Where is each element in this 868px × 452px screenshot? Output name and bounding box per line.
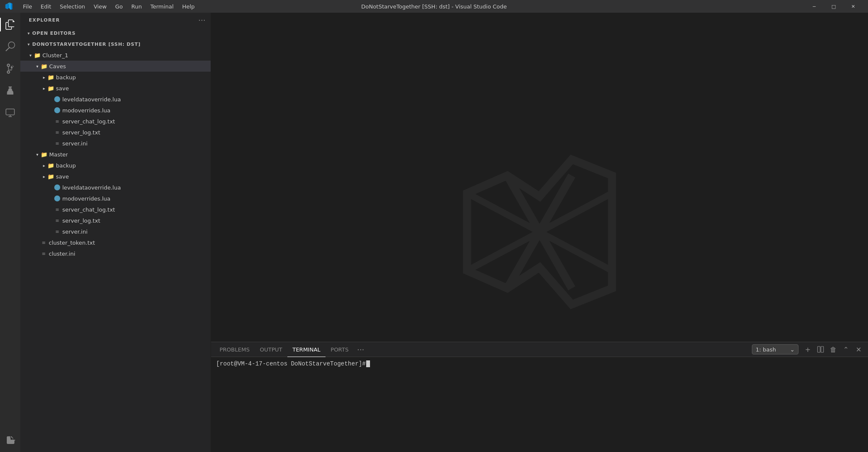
master-leveldata-lua-icon (54, 184, 60, 190)
tree-item-master-serverlog[interactable]: server_log.txt (20, 215, 211, 226)
caves-leveldata-lua-icon (54, 96, 60, 102)
master-chatlog-label: server_chat_log.txt (62, 206, 115, 213)
terminal-actions: + 🗑 ⌃ ✕ (802, 343, 865, 355)
menu-go[interactable]: Go (112, 3, 126, 11)
title-bar: File Edit Selection View Go Run Terminal… (0, 0, 868, 13)
master-label: Master (49, 151, 68, 158)
tree-item-caves-backup[interactable]: 📁 backup (20, 72, 211, 83)
caves-label: Caves (49, 63, 66, 70)
menu-help[interactable]: Help (179, 3, 198, 11)
sidebar-title: EXPLORER (29, 17, 60, 23)
caves-serverlog-label: server_log.txt (62, 129, 100, 136)
tree-item-caves-leveldata[interactable]: leveldataoverride.lua (20, 94, 211, 105)
tree-item-master[interactable]: 📁 Master (20, 149, 211, 160)
tab-output[interactable]: OUTPUT (255, 342, 287, 357)
master-serverini-label: server.ini (62, 229, 88, 235)
terminal-panel: PROBLEMS OUTPUT TERMINAL PORTS ··· 1: ba… (211, 342, 868, 452)
master-save-chevron (41, 173, 47, 180)
tree-item-master-backup[interactable]: 📁 backup (20, 160, 211, 171)
tree-item-caves-save[interactable]: 📁 save (20, 83, 211, 94)
maximize-panel-button[interactable]: ⌃ (840, 343, 852, 355)
vscode-watermark (459, 151, 620, 314)
cluster1-chevron (27, 52, 34, 59)
caves-serverlog-txt-icon (54, 129, 60, 135)
menu-view[interactable]: View (90, 3, 110, 11)
minimize-button[interactable]: ─ (804, 0, 824, 13)
menu-run[interactable]: Run (128, 3, 145, 11)
caves-save-label: save (56, 85, 69, 92)
terminal-cursor (366, 360, 370, 367)
tab-terminal[interactable]: TERMINAL (287, 342, 326, 357)
master-chatlog-txt-icon (54, 206, 60, 212)
caves-leveldata-label: leveldataoverride.lua (62, 96, 121, 103)
tree-item-caves-chatlog[interactable]: server_chat_log.txt (20, 116, 211, 127)
open-editors-section[interactable]: OPEN EDITORS (20, 28, 211, 39)
window-controls: ─ □ ✕ (804, 0, 863, 13)
sidebar-item-run-debug[interactable] (0, 81, 20, 101)
sidebar-item-search[interactable] (0, 36, 20, 57)
master-serverini-txt-icon (54, 229, 60, 234)
caves-serverini-txt-icon (54, 140, 60, 146)
terminal-content[interactable]: [root@VM-4-17-centos DoNotStarveTogether… (211, 357, 868, 452)
svg-rect-0 (6, 109, 14, 115)
tab-ports[interactable]: PORTS (326, 342, 353, 357)
master-serverlog-txt-icon (54, 218, 60, 223)
tree-item-master-leveldata[interactable]: leveldataoverride.lua (20, 182, 211, 193)
cluster1-label: Cluster_1 (42, 52, 68, 59)
tree-item-cluster-ini[interactable]: cluster.ini (20, 248, 211, 259)
caves-modoverrides-label: modoverrides.lua (62, 107, 111, 114)
root-label: DONOTSTARVETOGETHER [SSH: DST] (32, 42, 141, 47)
dropdown-chevron-icon: ⌄ (790, 346, 795, 353)
menu-selection[interactable]: Selection (56, 3, 89, 11)
caves-modoverrides-lua-icon (54, 107, 60, 113)
caves-backup-chevron (41, 74, 47, 81)
sidebar-item-explorer[interactable] (0, 14, 20, 35)
vscode-logo-icon (5, 3, 13, 10)
menu-terminal[interactable]: Terminal (147, 3, 177, 11)
tree-item-master-modoverrides[interactable]: modoverrides.lua (20, 193, 211, 204)
tree-item-caves-serverini[interactable]: server.ini (20, 138, 211, 149)
bash-shell-label: 1: bash (756, 346, 776, 353)
tree-item-caves[interactable]: 📁 Caves (20, 61, 211, 72)
menu-file[interactable]: File (19, 3, 36, 11)
file-tree: OPEN EDITORS DONOTSTARVETOGETHER [SSH: D… (20, 28, 211, 452)
master-chevron (34, 151, 41, 158)
panel-more-actions[interactable]: ··· (353, 342, 367, 357)
tree-item-master-chatlog[interactable]: server_chat_log.txt (20, 204, 211, 215)
sidebar-item-remote-explorer[interactable] (0, 103, 20, 123)
tree-item-cluster1[interactable]: 📁 Cluster_1 (20, 50, 211, 61)
new-terminal-button[interactable]: + (802, 343, 814, 355)
tree-item-master-serverini[interactable]: server.ini (20, 226, 211, 237)
open-editors-label: OPEN EDITORS (32, 31, 76, 36)
maximize-button[interactable]: □ (824, 0, 843, 13)
sidebar-more-actions[interactable]: ··· (198, 17, 206, 24)
sidebar-header: EXPLORER ··· (20, 13, 211, 28)
master-save-folder-icon: 📁 (47, 173, 54, 180)
tree-item-master-save[interactable]: 📁 save (20, 171, 211, 182)
master-folder-icon: 📁 (41, 151, 47, 158)
activity-bar (0, 13, 20, 452)
bash-shell-dropdown[interactable]: 1: bash ⌄ (752, 344, 798, 354)
panel-tabs: PROBLEMS OUTPUT TERMINAL PORTS ··· 1: ba… (211, 342, 868, 357)
caves-save-folder-icon: 📁 (47, 85, 54, 92)
tree-item-cluster-token[interactable]: cluster_token.txt (20, 237, 211, 248)
close-button[interactable]: ✕ (843, 0, 863, 13)
master-backup-label: backup (56, 162, 76, 169)
tab-problems[interactable]: PROBLEMS (214, 342, 255, 357)
caves-chatlog-txt-icon (54, 118, 60, 124)
split-terminal-button[interactable] (815, 343, 826, 355)
tree-item-caves-serverlog[interactable]: server_log.txt (20, 127, 211, 138)
close-panel-button[interactable]: ✕ (853, 343, 865, 355)
sidebar-item-source-control[interactable] (0, 59, 20, 79)
kill-terminal-button[interactable]: 🗑 (827, 343, 839, 355)
sidebar: EXPLORER ··· OPEN EDITORS DONOTSTARVETOG… (20, 13, 211, 452)
menu-edit[interactable]: Edit (37, 3, 55, 11)
tree-item-caves-modoverrides[interactable]: modoverrides.lua (20, 105, 211, 116)
main-layout: EXPLORER ··· OPEN EDITORS DONOTSTARVETOG… (0, 13, 868, 452)
caves-chatlog-label: server_chat_log.txt (62, 118, 115, 125)
root-section[interactable]: DONOTSTARVETOGETHER [SSH: DST] (20, 39, 211, 50)
master-modoverrides-lua-icon (54, 195, 60, 201)
sidebar-item-extensions[interactable] (0, 430, 20, 450)
cluster-ini-txt-icon (41, 251, 47, 257)
terminal-selector: 1: bash ⌄ + 🗑 ⌃ ✕ (752, 343, 865, 355)
